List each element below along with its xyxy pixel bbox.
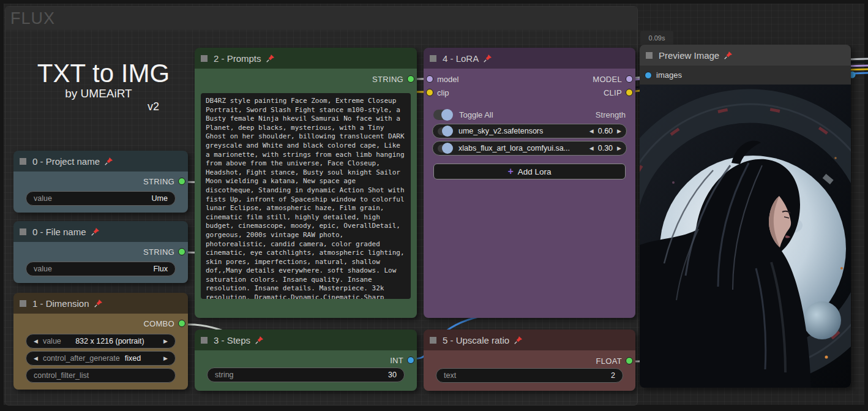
comfyui-canvas: FLUX TXT to IMG by UMEAiRT v2 0 - Projec…: [0, 0, 868, 411]
strength-increment[interactable]: ▶: [617, 145, 621, 151]
combo-left-arrow[interactable]: ◀: [34, 338, 38, 344]
output-label: COMBO: [143, 319, 174, 328]
lora-toggle[interactable]: [438, 127, 452, 135]
lora-name: ume_sky_v2.safetensors: [458, 127, 589, 135]
output-port-model[interactable]: [626, 75, 633, 83]
workflow-version: v2: [148, 100, 159, 113]
exec-time-badge: 0.09s: [640, 31, 673, 45]
node-file-name[interactable]: 0 - File name STRING value Flux: [13, 221, 188, 283]
group-flux-header[interactable]: FLUX: [6, 7, 637, 30]
collapse-box[interactable]: [20, 158, 26, 165]
widget-value: 832 x 1216 (portrait): [61, 337, 159, 345]
node-lora-header[interactable]: 4 - LoRA: [424, 48, 635, 69]
output-label: STRING: [143, 247, 174, 257]
add-lora-button[interactable]: + Add Lora: [433, 164, 626, 179]
generated-image: [640, 85, 851, 388]
output-label: INT: [390, 356, 403, 365]
output-port-string[interactable]: [178, 178, 185, 185]
widget-label: value: [34, 265, 52, 273]
node-project-name[interactable]: 0 - Project name STRING value Ume: [13, 151, 188, 213]
output-port-string[interactable]: [407, 75, 414, 83]
output-port-clip[interactable]: [626, 89, 633, 96]
node-upscale-ratio[interactable]: 5 - Upscale ratio FLOAT text 2: [424, 330, 635, 391]
collapse-box[interactable]: [201, 337, 208, 344]
pin-icon: [266, 54, 275, 63]
input-label: images: [656, 70, 682, 80]
control-after-generate-combo[interactable]: ◀ control_after_generate fixed ▶: [26, 351, 176, 366]
collapse-box[interactable]: [646, 52, 653, 59]
toggle-all-switch[interactable]: [433, 110, 452, 120]
prompt-textarea[interactable]: DB4RZ style painting Face Zoom, Extreme …: [201, 93, 411, 299]
input-port-clip[interactable]: [426, 89, 433, 96]
preview-image: [640, 85, 851, 388]
collapse-box[interactable]: [20, 300, 26, 307]
input-port-model[interactable]: [426, 75, 433, 83]
input-label: clip: [437, 88, 449, 97]
collapse-box[interactable]: [201, 55, 208, 62]
lora-row-1[interactable]: ume_sky_v2.safetensors ◀ 0.60 ▶: [432, 124, 627, 138]
workflow-title: TXT to IMG: [36, 59, 171, 88]
input-label: model: [437, 75, 458, 84]
node-preview-image[interactable]: Preview Image images: [640, 45, 851, 388]
node-prompts-header[interactable]: 2 - Prompts: [195, 48, 417, 69]
input-port-images[interactable]: [645, 72, 652, 79]
node-steps[interactable]: 3 - Steps INT string 30: [195, 330, 417, 391]
lora-toggle[interactable]: [438, 145, 452, 153]
widget-value: Flux: [153, 265, 168, 273]
output-port-combo[interactable]: [178, 320, 185, 327]
widget-value: fixed: [125, 354, 141, 363]
node-lora[interactable]: 4 - LoRA model MODEL clip CLIP Toggle Al…: [424, 48, 635, 318]
dimension-value-combo[interactable]: ◀ value 832 x 1216 (portrait) ▶: [26, 334, 176, 349]
widget-value: Ume: [152, 194, 168, 203]
lora-name: xlabs_flux_art_lora_comfyui.sa...: [458, 144, 589, 153]
combo-left-arrow[interactable]: ◀: [34, 355, 38, 361]
output-port-string[interactable]: [178, 248, 185, 255]
node-dimension[interactable]: 1 - Dimension COMBO ◀ value 832 x 1216 (…: [13, 293, 188, 390]
node-title: 3 - Steps: [214, 335, 250, 345]
lora-row-2[interactable]: xlabs_flux_art_lora_comfyui.sa... ◀ 0.30…: [432, 141, 627, 156]
control-filter-list-widget[interactable]: control_filter_list: [26, 368, 176, 383]
output-label: STRING: [143, 177, 174, 186]
workflow-author: by UMEAiRT: [36, 87, 162, 100]
node-file-name-header[interactable]: 0 - File name: [13, 221, 188, 242]
output-label: FLOAT: [596, 356, 622, 366]
add-lora-label: Add Lora: [518, 167, 552, 176]
collapse-box[interactable]: [430, 337, 436, 344]
node-steps-header[interactable]: 3 - Steps: [195, 330, 417, 350]
plus-icon: +: [507, 166, 513, 177]
node-prompts[interactable]: 2 - Prompts STRING DB4RZ style painting …: [195, 48, 417, 318]
steps-widget[interactable]: string 30: [207, 368, 405, 382]
widget-label: control_filter_list: [34, 371, 89, 380]
upscale-widget[interactable]: text 2: [436, 368, 623, 383]
node-title: 0 - File name: [32, 227, 86, 237]
widget-label: string: [215, 371, 234, 379]
combo-right-arrow[interactable]: ▶: [163, 355, 168, 361]
collapse-box[interactable]: [20, 228, 26, 235]
toggle-all-label: Toggle All: [459, 110, 493, 119]
node-title: Preview Image: [659, 50, 719, 61]
collapse-box[interactable]: [430, 55, 436, 62]
node-upscale-header[interactable]: 5 - Upscale ratio: [424, 330, 635, 350]
strength-decrement[interactable]: ◀: [589, 128, 594, 134]
widget-value: 30: [388, 371, 397, 379]
widget-label: control_after_generate: [43, 354, 120, 363]
value-widget[interactable]: value Ume: [26, 191, 176, 206]
output-port-float[interactable]: [626, 357, 633, 364]
pin-icon: [514, 336, 523, 345]
value-widget[interactable]: value Flux: [26, 262, 176, 276]
pin-icon: [255, 336, 264, 345]
lora-strength: 0.60: [598, 127, 613, 135]
node-title: 5 - Upscale ratio: [443, 335, 509, 345]
strength-decrement[interactable]: ◀: [589, 145, 594, 151]
node-project-name-header[interactable]: 0 - Project name: [13, 151, 188, 172]
pin-icon: [91, 227, 100, 236]
node-preview-header[interactable]: Preview Image: [640, 45, 851, 66]
node-dimension-header[interactable]: 1 - Dimension: [13, 293, 188, 314]
node-title: 2 - Prompts: [214, 53, 261, 64]
output-label: STRING: [372, 75, 403, 84]
output-port-int[interactable]: [407, 356, 414, 364]
strength-increment[interactable]: ▶: [617, 128, 621, 134]
node-title: 0 - Project name: [32, 156, 100, 167]
combo-right-arrow[interactable]: ▶: [163, 338, 168, 344]
pin-icon: [483, 54, 492, 63]
